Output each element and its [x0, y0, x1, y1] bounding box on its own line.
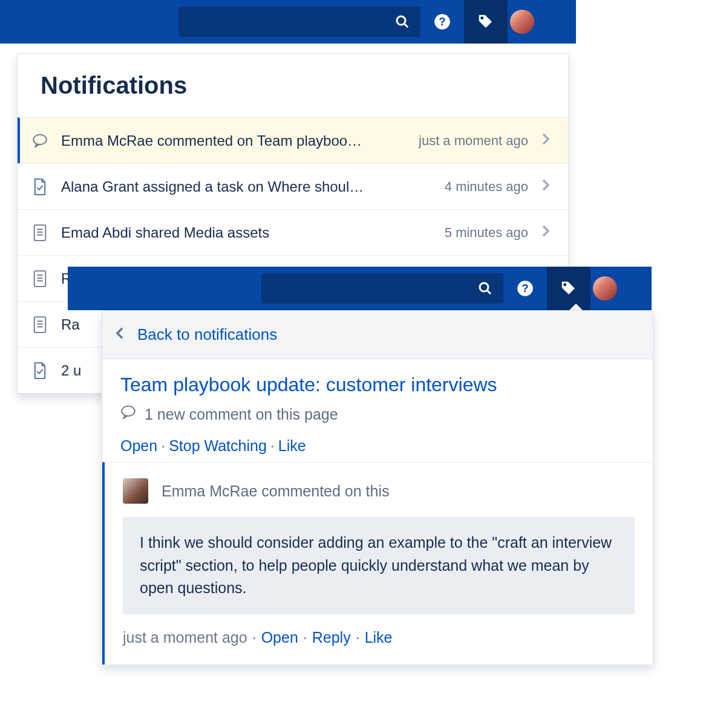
- svg-line-1: [404, 24, 408, 27]
- comment-meta: just a moment ago·Open·Reply·Like: [123, 629, 635, 646]
- notification-tag-icon: [560, 279, 578, 297]
- notification-text: Emma McRae commented on Team playboo…: [61, 132, 409, 149]
- panel-title: Notifications: [41, 72, 568, 99]
- comment-open-link[interactable]: Open: [261, 629, 298, 646]
- notification-tag-icon: [477, 13, 495, 31]
- search-icon: [478, 281, 492, 296]
- svg-point-4: [480, 16, 483, 19]
- notification-detail-panel: Back to notifications Team playbook upda…: [102, 310, 653, 665]
- avatar[interactable]: [510, 10, 534, 34]
- notification-row[interactable]: Alana Grant assigned a task on Where sho…: [18, 163, 568, 209]
- help-button[interactable]: ?: [420, 0, 464, 44]
- notification-row[interactable]: Emad Abdi shared Media assets 5 minutes …: [18, 209, 568, 255]
- search-input[interactable]: [178, 7, 420, 37]
- search-input[interactable]: [261, 273, 503, 304]
- svg-rect-6: [34, 225, 46, 241]
- help-icon: ?: [517, 280, 534, 297]
- comment-reply-link[interactable]: Reply: [312, 629, 351, 646]
- svg-rect-14: [34, 317, 46, 333]
- notification-text: Emad Abdi shared Media assets: [61, 224, 435, 241]
- comment-like-link[interactable]: Like: [365, 629, 393, 646]
- svg-point-0: [397, 16, 405, 25]
- notification-row[interactable]: Emma McRae commented on Team playboo… ju…: [18, 117, 568, 163]
- svg-point-22: [563, 283, 566, 286]
- task-icon: [31, 362, 49, 379]
- help-button[interactable]: ?: [503, 267, 547, 310]
- detail-title-link[interactable]: Team playbook update: customer interview…: [120, 374, 635, 396]
- chevron-right-icon: [541, 224, 550, 241]
- page-icon: [31, 270, 49, 287]
- comment-icon: [120, 405, 136, 424]
- notification-text: Alana Grant assigned a task on Where sho…: [61, 178, 435, 195]
- task-icon: [31, 178, 49, 195]
- comment-time: just a moment ago: [123, 629, 247, 646]
- comment-body: I think we should consider adding an exa…: [123, 517, 635, 614]
- chevron-left-icon: [116, 325, 124, 344]
- like-link[interactable]: Like: [278, 437, 306, 454]
- notification-time: 5 minutes ago: [445, 225, 528, 241]
- detail-subtitle: 1 new comment on this page: [145, 406, 338, 423]
- stop-watching-link[interactable]: Stop Watching: [169, 437, 267, 454]
- notification-time: 4 minutes ago: [445, 179, 528, 195]
- page-icon: [31, 316, 49, 333]
- notification-time: just a moment ago: [419, 133, 528, 149]
- help-icon: ?: [434, 13, 451, 30]
- chevron-right-icon: [541, 132, 550, 149]
- search-icon: [395, 15, 410, 29]
- commenter-avatar[interactable]: [123, 478, 148, 504]
- comment-icon: [31, 133, 49, 149]
- svg-point-23: [122, 406, 135, 416]
- comment-thread: Emma McRae commented on this I think we …: [102, 462, 653, 665]
- svg-text:?: ?: [439, 15, 445, 28]
- global-header: ?: [68, 267, 652, 310]
- page-icon: [31, 224, 49, 241]
- back-label: Back to notifications: [137, 325, 277, 344]
- open-link[interactable]: Open: [120, 437, 157, 454]
- back-to-notifications[interactable]: Back to notifications: [102, 311, 653, 359]
- svg-rect-10: [34, 271, 46, 287]
- svg-point-18: [480, 283, 488, 291]
- detail-actions: Open·Stop Watching·Like: [120, 437, 635, 455]
- svg-line-19: [487, 290, 491, 294]
- global-header: ?: [0, 0, 576, 44]
- avatar[interactable]: [593, 276, 617, 301]
- commenter-line: Emma McRae commented on this: [162, 483, 390, 500]
- chevron-right-icon: [541, 178, 550, 195]
- notifications-button[interactable]: [464, 0, 508, 44]
- svg-point-5: [33, 134, 47, 144]
- svg-text:?: ?: [522, 282, 528, 294]
